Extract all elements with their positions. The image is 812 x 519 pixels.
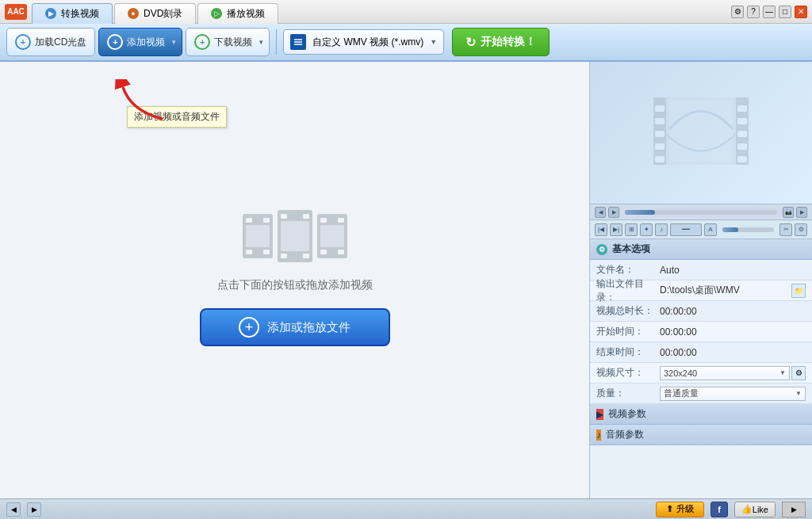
film-strip-icon [243, 214, 347, 262]
upgrade-label: 升级 [676, 503, 694, 515]
film-middle [320, 225, 344, 247]
dvd-icon: ● [128, 8, 139, 19]
maximize-icon[interactable]: □ [779, 6, 791, 18]
preview-area [590, 62, 812, 204]
tab-play-label: 播放视频 [227, 7, 265, 21]
video-params-section[interactable]: ▶ 视频参数 [590, 404, 812, 425]
upgrade-button[interactable]: ⬆ 升级 [656, 502, 704, 517]
format-selector[interactable]: 自定义 WMV 视频 (*.wmv) ▼ [283, 29, 444, 55]
cut-icon[interactable]: ✂ [779, 223, 792, 236]
facebook-icon: f [718, 505, 721, 514]
format-dropdown-arrow-icon: ▼ [430, 38, 437, 46]
start-convert-button[interactable]: ↻ 开始转换！ [452, 28, 550, 56]
film-hole [281, 214, 287, 219]
download-video-button[interactable]: + 下载视频 ▼ [186, 28, 270, 56]
audio-params-icon: ♪ [596, 429, 601, 441]
facebook-button[interactable]: f [710, 502, 728, 517]
film-hole [263, 250, 270, 254]
format-icon [290, 34, 306, 50]
empty-drop-area: 点击下面的按钮或拖放添加视频 + 添加或拖放文件 [0, 62, 589, 498]
tab-convert-label: 转换视频 [61, 7, 99, 21]
quality-row: 质量： 普通质量 ▼ [590, 384, 812, 404]
add-video-label: 添加视频 [127, 36, 165, 49]
like-button[interactable]: 👍 Like [734, 502, 776, 517]
tab-play-video[interactable]: ▷ 播放视频 [197, 3, 278, 24]
subtitle-button[interactable]: A [704, 223, 717, 236]
extra-button[interactable]: ▶ [782, 502, 806, 517]
film-hole [320, 218, 327, 223]
crop-button[interactable]: ⊞ [625, 223, 638, 236]
add-video-button[interactable]: + 添加视频 ▼ [98, 28, 182, 56]
film-hole [246, 250, 252, 254]
film-hole [303, 214, 309, 219]
title-tabs: ▶ 转换视频 ● DVD刻录 ▷ 播放视频 [32, 0, 280, 24]
cut-end-button[interactable]: ▶| [610, 223, 622, 236]
svg-rect-16 [737, 143, 747, 150]
film-strip-right [317, 214, 347, 258]
preview-filmstrip [645, 90, 756, 177]
cut-start-button[interactable]: |◀ [595, 223, 607, 236]
video-size-arrow-icon: ▼ [779, 369, 786, 376]
settings-icon[interactable]: ⚙ [731, 6, 744, 18]
minimize-icon[interactable]: — [763, 6, 776, 18]
download-icon: + [194, 34, 210, 50]
progress-bar[interactable] [625, 210, 777, 215]
main-area: 添加视频或音频文件 [0, 62, 812, 498]
toolbar-separator [276, 29, 277, 55]
load-cd-button[interactable]: + 加载CD光盘 [6, 28, 95, 56]
end-time-row: 结束时间： 00:00:00 [590, 342, 812, 363]
tab-dvd-label: DVD刻录 [144, 7, 182, 21]
browse-button[interactable]: 📁 [791, 284, 806, 298]
quality-select[interactable]: 普通质量 ▼ [660, 387, 806, 401]
load-cd-label: 加载CD光盘 [35, 36, 86, 49]
video-size-settings-button[interactable]: ⚙ [791, 366, 806, 380]
start-label: 开始转换！ [481, 35, 536, 49]
upgrade-icon: ⬆ [666, 504, 673, 514]
next-frame-button[interactable]: ▶ [796, 207, 807, 218]
start-time-row: 开始时间： 00:00:00 [590, 322, 812, 342]
tab-convert-video[interactable]: ▶ 转换视频 [32, 3, 113, 24]
help-icon[interactable]: ? [747, 6, 760, 18]
snapshot-button[interactable]: 📷 [783, 207, 794, 218]
tab-dvd-burn[interactable]: ● DVD刻录 [114, 3, 196, 24]
film-hole [320, 250, 327, 254]
play-button[interactable]: ▶ [608, 207, 619, 218]
close-icon[interactable]: ✕ [795, 6, 807, 18]
quality-value: 普通质量 [664, 387, 699, 399]
filename-label: 文件名： [596, 263, 660, 277]
dl-dropdown-arrow-icon: ▼ [258, 39, 264, 46]
video-size-select[interactable]: 320x240 ▼ [660, 366, 790, 380]
thumbs-up-icon: 👍 [741, 504, 753, 514]
effect-button[interactable]: ✦ [640, 223, 653, 236]
video-size-value: 320x240 [664, 368, 697, 378]
right-panel: ◀ ▶ 📷 ▶ |◀ ▶| ⊞ ✦ ♪ ━━ A ✂ ⚙ [590, 62, 812, 498]
film-middle [281, 221, 309, 251]
volume-button[interactable]: ♪ [655, 223, 668, 236]
film-hole [303, 254, 309, 258]
audio-track-button[interactable]: ━━ [670, 223, 702, 236]
video-params-icon: ▶ [596, 409, 603, 420]
filename-value: Auto [660, 265, 806, 276]
svg-rect-18 [669, 101, 733, 162]
svg-rect-9 [655, 118, 665, 124]
total-duration-label: 视频总时长： [596, 304, 660, 318]
add-file-button[interactable]: + 添加或拖放文件 [200, 308, 390, 346]
film-hole [246, 218, 252, 223]
properties-panel: ⚙ 基本选项 文件名： Auto 输出文件目录： D:\tools\桌面\WMV… [590, 239, 812, 498]
nav-next-button[interactable]: ▶ [27, 502, 41, 517]
basic-options-icon: ⚙ [596, 244, 607, 255]
quality-label: 质量： [596, 387, 660, 400]
film-strip-mid [278, 210, 312, 262]
audio-params-section[interactable]: ♪ 音频参数 [590, 425, 812, 445]
svg-rect-10 [655, 131, 665, 137]
svg-rect-15 [737, 131, 747, 137]
prev-frame-button[interactable]: ◀ [595, 207, 606, 218]
nav-prev-button[interactable]: ◀ [6, 502, 21, 517]
settings-btn[interactable]: ⚙ [795, 223, 807, 236]
convert-video-icon: ▶ [45, 8, 56, 19]
add-file-label: 添加或拖放文件 [267, 320, 350, 335]
toolbar: + 加载CD光盘 + 添加视频 ▼ + 下载视频 ▼ 自定义 WMV 视频 (*… [0, 24, 812, 62]
film-hole [281, 254, 287, 258]
basic-options-label: 基本选项 [612, 242, 650, 256]
format-text: 自定义 WMV 视频 (*.wmv) [312, 36, 423, 49]
